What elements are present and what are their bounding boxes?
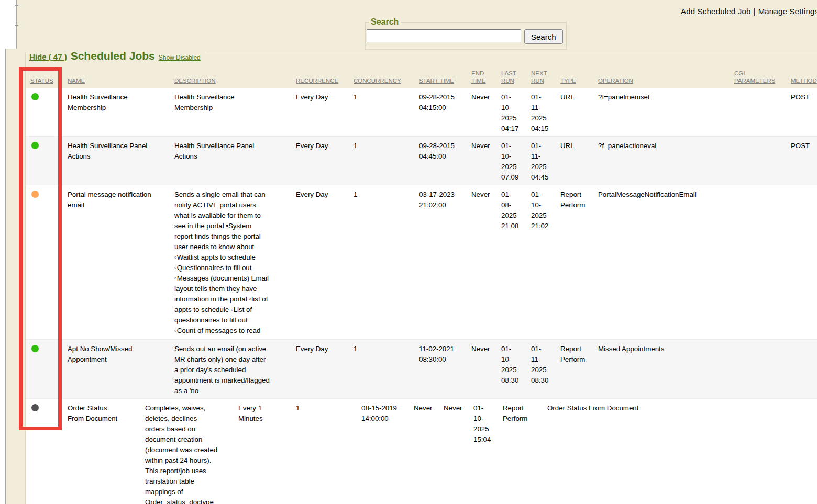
job-method [789, 340, 817, 346]
page-title: Scheduled Jobs [71, 50, 155, 62]
search-input[interactable] [367, 29, 521, 42]
job-start-time: 09-28-2015 04:15:00 [417, 88, 469, 115]
manage-settings-link[interactable]: Manage Settings [758, 7, 817, 16]
job-recurrence: Every 1 Minutes [236, 399, 294, 426]
add-scheduled-job-link[interactable]: Add Scheduled Job [681, 7, 751, 16]
link-separator: | [751, 7, 758, 16]
job-concurrency: 1 [351, 137, 417, 153]
job-name: Order Status From Document [65, 399, 143, 426]
status-cell [26, 399, 65, 413]
job-type: Report Perform [558, 340, 596, 367]
job-last-run: 01-08-2025 21:08 [499, 185, 529, 233]
column-header-recurrence[interactable]: RECURRENCE [294, 77, 351, 88]
frame-tick [15, 5, 18, 6]
column-header-type[interactable]: TYPE [558, 77, 596, 88]
job-name: Apt No Show/Missed Appointment [65, 340, 172, 367]
job-type: URL [558, 88, 596, 105]
job-cgi-parameters [732, 340, 789, 346]
topbar-links: Add Scheduled Job|Manage Settings [681, 7, 817, 16]
job-concurrency: 1 [351, 88, 417, 105]
job-end-time: Never [469, 137, 499, 153]
show-disabled-link[interactable]: Show Disabled [159, 54, 201, 61]
job-next-run: 01-11-2025 04:45 [529, 137, 558, 185]
column-header-end-time[interactable]: END TIME [469, 70, 499, 88]
job-concurrency: 1 [294, 399, 359, 416]
column-header-operation[interactable]: OPERATION [596, 77, 732, 88]
table-row: Health Surveillance Panel Actions Health… [26, 136, 817, 185]
frame-tick [15, 25, 18, 26]
status-cell [26, 340, 65, 354]
job-recurrence: Every Day [294, 185, 351, 202]
job-last-run: 01-10-2025 04:17 [499, 88, 529, 136]
table-row: Health Surveillance Membership Health Su… [26, 88, 817, 136]
job-operation: ?f=panelmemset [596, 88, 732, 105]
job-last-run: Never [441, 399, 471, 416]
table-row: Portal message notification email Sends … [26, 185, 817, 339]
job-recurrence: Every Day [294, 340, 351, 356]
job-next-run: 01-10-2025 15:04 [471, 399, 501, 447]
job-operation: Order Status From Document [545, 399, 681, 416]
job-name: Portal message notification email [65, 185, 172, 212]
job-method [738, 399, 769, 405]
job-description: Health Surveillance Membership [172, 88, 294, 115]
column-header-concurrency[interactable]: CONCURRENCY [351, 77, 417, 88]
column-header-last-run[interactable]: LAST RUN [499, 70, 529, 88]
table-body: Health Surveillance Membership Health Su… [26, 88, 817, 504]
job-recurrence: Every Day [294, 88, 351, 105]
job-cgi-parameters [732, 185, 789, 192]
status-cell [26, 137, 65, 151]
column-header-status[interactable]: STATUS [26, 77, 65, 88]
job-description: Health Surveillance Panel Actions [172, 137, 294, 164]
column-header-description[interactable]: DESCRIPTION [172, 77, 294, 88]
search-legend: Search [369, 17, 401, 27]
scheduled-jobs-header: Hide ( 47 ) Scheduled Jobs Show Disabled [28, 50, 206, 63]
job-description: Completes, waives, deletes, declines ord… [143, 399, 236, 504]
job-operation: PortalMessageNotificationEmail [596, 185, 732, 202]
status-dot-icon [31, 404, 39, 411]
job-last-run: 01-10-2025 08:30 [499, 340, 529, 388]
scheduled-jobs-table: STATUS NAME DESCRIPTION RECURRENCE CONCU… [26, 52, 817, 504]
table-row: Apt No Show/Missed Appointment Sends out… [26, 339, 817, 398]
job-operation: ?f=panelactioneval [596, 137, 732, 153]
job-description: Sends a single email that can notify ACT… [172, 185, 294, 338]
job-cgi-parameters [732, 88, 789, 94]
column-header-method[interactable]: METHOD [789, 77, 817, 88]
status-dot-icon [31, 345, 39, 352]
job-concurrency: 1 [351, 185, 417, 202]
search-button[interactable]: Search [524, 29, 563, 44]
job-name: Health Surveillance Membership [65, 88, 172, 115]
column-header-name[interactable]: NAME [65, 77, 172, 88]
status-cell [26, 88, 65, 103]
job-concurrency: 1 [351, 340, 417, 356]
job-type: Report Perform [558, 185, 596, 212]
job-next-run: 01-11-2025 08:30 [529, 340, 558, 388]
job-method [789, 185, 817, 192]
job-description: Sends out an email (on active MR charts … [172, 340, 294, 398]
column-header-start-time[interactable]: START TIME [417, 77, 469, 88]
job-method: POST [789, 88, 817, 105]
column-header-cgi-parameters[interactable]: CGI PARAMETERS [732, 70, 789, 88]
job-end-time: Never [412, 399, 441, 416]
status-dot-icon [31, 93, 39, 100]
job-last-run: 01-10-2025 07:09 [499, 137, 529, 185]
job-start-time: 03-17-2023 21:02:00 [417, 185, 469, 212]
job-end-time: Never [469, 88, 499, 105]
job-start-time: 09-28-2015 04:45:00 [417, 137, 469, 164]
job-start-time: 08-15-2019 14:00:00 [359, 399, 412, 426]
job-recurrence: Every Day [294, 137, 351, 153]
hide-count-link[interactable]: Hide ( 47 ) [29, 52, 67, 61]
status-dot-icon [31, 142, 39, 149]
job-name: Health Surveillance Panel Actions [65, 137, 172, 164]
job-type: URL [558, 137, 596, 153]
table-row: Order Status From Document Completes, wa… [26, 398, 817, 504]
status-dot-icon [31, 191, 39, 198]
job-next-run: 01-11-2025 04:15 [529, 88, 558, 136]
status-cell [26, 185, 65, 200]
job-end-time: Never [469, 185, 499, 202]
job-next-run: 01-10-2025 21:02 [529, 185, 558, 233]
job-type: Report Perform [501, 399, 545, 426]
job-cgi-parameters [732, 137, 789, 143]
job-operation: Missed Appointments [596, 340, 732, 356]
column-header-next-run[interactable]: NEXT RUN [529, 70, 558, 88]
job-end-time: Never [469, 340, 499, 356]
